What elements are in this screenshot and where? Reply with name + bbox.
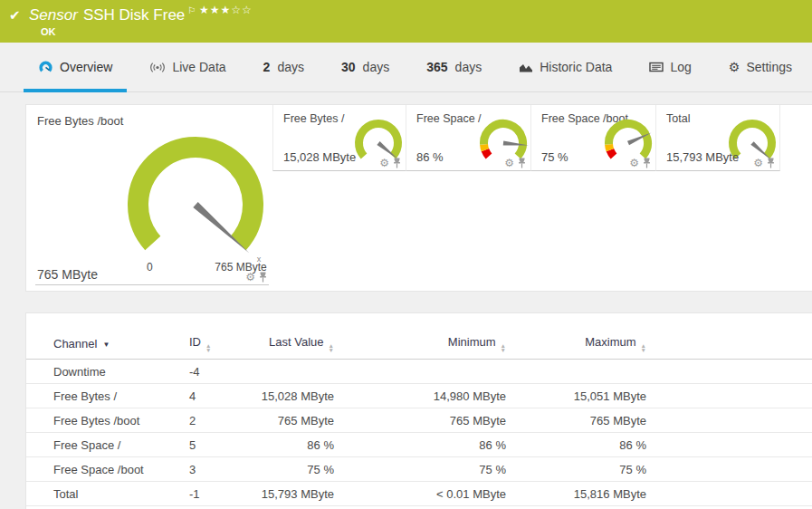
- main-gauge-cell: Free Bytes /boot x 0 765 MByte 765 MByte…: [26, 105, 272, 291]
- gauge-label: Free Bytes /: [283, 112, 344, 125]
- column-header-maximum[interactable]: Maximum▲▼: [506, 335, 646, 353]
- main-gauge: x: [94, 116, 302, 274]
- tab-2-days[interactable]: 2 days: [249, 43, 319, 91]
- tab-bar: Overview Live Data 2 days 30 days 365 da…: [0, 43, 812, 92]
- tab-label: Historic Data: [540, 60, 612, 74]
- channels-panel: Channel▼ ID▲▼ Last Value▲▼ Minimum▲▼ Max…: [25, 312, 812, 509]
- sort-icon: ▲▼: [641, 343, 646, 353]
- channel-last-value: 86 %: [253, 438, 334, 452]
- tab-label: days: [363, 60, 390, 74]
- tab-log[interactable]: Log: [635, 43, 705, 91]
- mini-gauge-cell: Total 15,793 MByte ⚙: [655, 105, 780, 171]
- tab-settings[interactable]: ⚙ Settings: [714, 43, 807, 91]
- channel-settings-gears-icon[interactable]: [711, 388, 727, 402]
- mini-gauge-cell: Free Space /boot 75 % ⚙: [530, 105, 655, 171]
- channel-minimum: < 0.01 MByte: [334, 487, 506, 501]
- gauge-value: 15,793 MByte: [666, 150, 739, 164]
- channel-id: -4: [189, 365, 253, 379]
- channel-minimum: 14,980 MByte: [334, 389, 506, 403]
- channel-name: Total: [53, 487, 189, 501]
- channel-id: 3: [189, 463, 253, 476]
- mini-gauge-cell: Free Space / 86 % ⚙: [406, 105, 530, 171]
- channel-settings-gears-icon[interactable]: [711, 412, 727, 427]
- gauge-settings-gear-icon[interactable]: ⚙: [629, 158, 639, 168]
- table-row: Free Space / 5 86 % 86 % 86 %: [26, 433, 812, 457]
- gauge-value: 15,028 MByte: [283, 150, 356, 164]
- gauge-value: 86 %: [416, 150, 444, 164]
- channel-maximum: 765 MByte: [506, 414, 646, 427]
- channel-last-value: 15,028 MByte: [253, 389, 334, 403]
- channel-last-value: 765 MByte: [253, 414, 334, 427]
- column-header-minimum[interactable]: Minimum▲▼: [334, 335, 506, 353]
- table-row: Free Space /boot 3 75 % 75 % 75 %: [26, 457, 812, 482]
- pin-icon[interactable]: [518, 158, 526, 168]
- mini-gauge-cell: Free Bytes / 15,028 MByte ⚙: [272, 105, 406, 171]
- sort-desc-icon: ▼: [102, 341, 110, 349]
- tab-label: days: [277, 60, 304, 74]
- gauge-settings-gear-icon[interactable]: ⚙: [245, 272, 255, 283]
- pin-icon[interactable]: [393, 158, 401, 168]
- channel-minimum: 75 %: [334, 463, 506, 476]
- column-header-channel[interactable]: Channel▼: [53, 337, 189, 351]
- status-badge: OK: [41, 26, 56, 37]
- channel-id: -1: [189, 487, 253, 501]
- pin-icon[interactable]: [767, 158, 775, 168]
- tab-overview[interactable]: Overview: [24, 43, 127, 91]
- tab-historic-data[interactable]: Historic Data: [504, 43, 626, 91]
- table-row: Free Bytes /boot 2 765 MByte 765 MByte 7…: [26, 408, 812, 433]
- table-row: Downtime -4: [26, 360, 812, 384]
- tab-label: Log: [670, 60, 691, 74]
- column-header-id[interactable]: ID▲▼: [189, 335, 253, 353]
- channel-settings-gears-icon[interactable]: [711, 363, 727, 378]
- table-row: Total -1 15,793 MByte < 0.01 MByte 15,81…: [26, 482, 812, 506]
- pin-icon[interactable]: [643, 158, 651, 168]
- channel-id: 2: [189, 414, 253, 427]
- tab-label: Live Data: [172, 60, 225, 74]
- mini-gauges-strip: Free Bytes / 15,028 MByte ⚙ Free Space /…: [272, 105, 780, 171]
- channel-minimum: 86 %: [334, 438, 506, 452]
- tab-label: Settings: [746, 60, 792, 74]
- gauge-label: Total: [666, 112, 690, 125]
- priority-stars[interactable]: ★★★☆☆: [199, 4, 253, 16]
- tab-number: 30: [341, 60, 356, 74]
- gauge-settings-gear-icon[interactable]: ⚙: [379, 158, 389, 168]
- channel-maximum: 75 %: [506, 463, 646, 476]
- tab-label: Overview: [60, 60, 112, 74]
- tab-number: 365: [426, 60, 447, 74]
- channel-maximum: 15,051 MByte: [506, 389, 646, 403]
- gauge-settings-gear-icon[interactable]: ⚙: [504, 158, 514, 168]
- gauge-scale-min: 0: [147, 261, 153, 274]
- gauge-value: 765 MByte: [37, 267, 98, 282]
- divider: [35, 284, 269, 285]
- channel-name: Free Space /: [53, 438, 189, 452]
- priority-flag-icon[interactable]: ⚐: [187, 5, 196, 15]
- tab-365-days[interactable]: 365 days: [412, 43, 496, 91]
- page-title: SensorSSH Disk Free⚐: [29, 5, 196, 24]
- area-chart-icon: [519, 62, 533, 73]
- pin-icon[interactable]: [259, 272, 267, 283]
- sensor-name: SSH Disk Free: [83, 6, 185, 24]
- channel-last-value: 75 %: [253, 463, 334, 476]
- table-header-row: Channel▼ ID▲▼ Last Value▲▼ Minimum▲▼ Max…: [26, 329, 812, 360]
- tab-30-days[interactable]: 30 days: [327, 43, 404, 91]
- broadcast-icon: [149, 62, 166, 73]
- channel-settings-gears-icon[interactable]: [711, 461, 727, 475]
- log-icon: [649, 62, 664, 72]
- tab-number: 2: [263, 60, 271, 74]
- tab-live-data[interactable]: Live Data: [135, 43, 240, 91]
- channel-settings-gears-icon[interactable]: [711, 437, 727, 451]
- channel-id: 4: [189, 389, 253, 403]
- column-header-last-value[interactable]: Last Value▲▼: [253, 335, 334, 353]
- table-body: Downtime -4 Free Bytes / 4 15,028 MByte …: [26, 360, 812, 506]
- channel-maximum: 86 %: [506, 438, 646, 452]
- channel-last-value: 15,793 MByte: [253, 487, 334, 501]
- gauge-settings-gear-icon[interactable]: ⚙: [753, 158, 763, 168]
- channel-name: Free Bytes /: [53, 389, 189, 403]
- channel-name: Downtime: [53, 365, 189, 379]
- gauge-label: Free Space /: [416, 112, 482, 125]
- gauge-icon: [38, 61, 53, 74]
- channel-settings-gears-icon[interactable]: [711, 485, 727, 500]
- status-check-icon: ✔: [9, 7, 21, 24]
- channel-minimum: 765 MByte: [334, 414, 506, 427]
- gauges-panel: Free Bytes /boot x 0 765 MByte 765 MByte…: [25, 104, 812, 292]
